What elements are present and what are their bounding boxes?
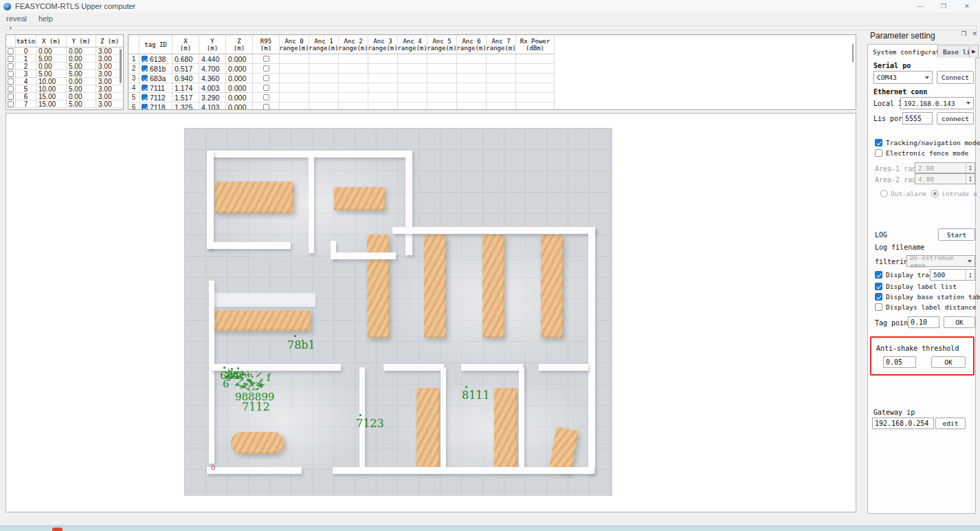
spinner-arrows-icon[interactable]: ▲▼ <box>966 174 975 184</box>
station-row[interactable]: 615.000.003.00 <box>6 93 123 100</box>
tag-range-cell <box>280 102 309 110</box>
station-cell: 10.00 <box>36 78 67 85</box>
checkbox-unchecked-icon[interactable] <box>8 63 14 69</box>
spinner-arrows-icon[interactable]: ▲▼ <box>966 163 975 173</box>
tag-range-cell <box>398 74 427 83</box>
tag-row[interactable]: 3683a0.9404.3600.000 <box>129 74 856 83</box>
checkbox-unchecked-icon[interactable] <box>8 71 14 77</box>
station-row[interactable]: 00.000.003.00 <box>6 47 123 55</box>
tag-point-ok-button[interactable]: OK <box>944 316 975 328</box>
tag-scrollbar-thumb[interactable] <box>852 44 854 63</box>
fence-mode-label: Electronic fence mode <box>886 149 968 157</box>
tab-scroll-right-button[interactable]: ▶ <box>970 45 979 58</box>
station-row[interactable]: 15.000.003.00 <box>6 55 123 63</box>
display-track-spinner[interactable]: 500 ▲▼ <box>930 269 975 281</box>
tag-row[interactable]: 2681b0.5174.7000.000 <box>129 64 856 74</box>
log-start-button[interactable]: Start <box>938 228 975 241</box>
station-checkbox-cell <box>6 70 16 78</box>
display-base-table-checkbox[interactable]: Display base station table <box>875 293 980 301</box>
checkbox-checked-icon[interactable] <box>142 94 148 100</box>
tag-row[interactable]: 571121.5173.2900.000 <box>129 93 856 102</box>
checkbox-unchecked-icon[interactable] <box>263 85 269 91</box>
menu-item-reveal[interactable]: reveal <box>6 14 27 23</box>
checkbox-checked-icon[interactable] <box>142 85 148 91</box>
desk <box>482 235 504 338</box>
station-checkbox-cell <box>6 55 16 63</box>
lis-port-input[interactable] <box>902 112 933 124</box>
station-row[interactable]: 410.000.003.00 <box>6 78 123 85</box>
serial-port-combo[interactable]: COM43 <box>873 71 933 84</box>
checkbox-unchecked-icon[interactable] <box>8 48 14 54</box>
checkbox-checked-icon[interactable] <box>142 56 148 62</box>
antishake-ok-button[interactable]: OK <box>931 356 966 368</box>
checkbox-unchecked-icon[interactable] <box>263 94 269 100</box>
station-row[interactable]: 510.005.003.00 <box>6 85 123 93</box>
floorplan-wall <box>333 467 594 474</box>
intrude-alarm-radio[interactable]: intrude a <box>931 190 977 197</box>
antishake-input[interactable] <box>883 356 916 368</box>
tag-id: 6138 <box>150 55 166 63</box>
tag-range-cell <box>339 74 368 83</box>
fence-mode-checkbox[interactable]: Electronic fence mode <box>875 149 968 157</box>
area1-radius-spinner[interactable]: 2.00 ▲▼ <box>915 162 975 173</box>
station-row[interactable]: 35.005.003.00 <box>6 70 123 78</box>
tag-row[interactable]: 671181.3254.1030.000 <box>129 102 856 110</box>
tag-range-cell <box>427 93 457 102</box>
tracking-mode-checkbox[interactable]: Tracking/navigation mode <box>875 139 980 147</box>
checkbox-unchecked-icon[interactable] <box>263 104 269 110</box>
gateway-edit-button[interactable]: edit <box>935 418 966 429</box>
tag-range-cell <box>280 64 309 74</box>
tag-point-label: Tag point <box>875 319 912 327</box>
cluster-tag-label: 6 <box>223 378 230 390</box>
checkbox-unchecked-icon[interactable] <box>8 78 14 85</box>
ethernet-connect-button[interactable]: connect <box>937 112 974 124</box>
display-distance-calibr-checkbox[interactable]: Displays label distance calibr <box>875 303 980 311</box>
checkbox-checked-icon[interactable] <box>142 65 148 72</box>
taskbar-app-icon[interactable] <box>52 528 63 531</box>
taskbar-edge[interactable] <box>0 525 980 531</box>
area2-radius-spinner[interactable]: 4.00 ▲▼ <box>915 173 975 184</box>
checkbox-unchecked-icon[interactable] <box>8 56 14 62</box>
floorplan-wall <box>309 155 314 253</box>
tab-system-configuration[interactable]: System configuration <box>867 44 938 58</box>
tag-row[interactable]: 471111.1744.0030.000 <box>129 83 856 93</box>
tag-range-cell <box>487 54 516 64</box>
close-button[interactable]: ✕ <box>955 0 979 12</box>
station-row[interactable]: 715.005.003.00 <box>6 100 123 108</box>
station-scrollbar-thumb[interactable] <box>120 49 122 83</box>
station-row[interactable]: 20.005.003.00 <box>6 63 123 70</box>
checkbox-unchecked-icon[interactable] <box>263 75 269 81</box>
tag-coord-cell: 4.440 <box>199 54 226 64</box>
dock-close-icon[interactable]: ✕ <box>972 30 977 37</box>
spinner-arrows-icon[interactable]: ▲▼ <box>966 270 975 280</box>
checkbox-checked-icon[interactable] <box>142 75 148 81</box>
tab-base-lis[interactable]: Base lis <box>938 45 970 58</box>
tag-range-cell <box>427 102 457 110</box>
tag-range-cell <box>427 83 457 93</box>
checkbox-unchecked-icon[interactable] <box>8 86 14 92</box>
map-canvas[interactable]: 6846f98889978b1711271238111 <box>5 113 856 512</box>
tag-label-78b1: 78b1 <box>287 338 315 351</box>
tag-dot <box>237 367 239 369</box>
station-cell: 1 <box>16 55 36 63</box>
display-label-list-checkbox[interactable]: Display label list <box>875 283 957 290</box>
floorplan-wall <box>588 227 595 474</box>
minimize-button[interactable]: — <box>909 0 932 12</box>
serial-connect-button[interactable]: Connect <box>937 71 974 84</box>
checkbox-unchecked-icon[interactable] <box>8 94 14 100</box>
window-title: FEASYCOM-RTLS Upper computer <box>15 2 135 10</box>
tag-row[interactable]: 161380.6804.4400.000 <box>129 54 856 64</box>
local-ip-combo[interactable]: 192.168.0.143 <box>900 97 974 109</box>
menu-item-help[interactable]: help <box>38 14 53 23</box>
checkbox-unchecked-icon[interactable] <box>263 56 269 62</box>
restore-button[interactable]: ❐ <box>932 0 955 12</box>
gateway-ip-input[interactable] <box>872 418 934 429</box>
filtering-combo[interactable]: De-extremum smoo <box>906 255 975 267</box>
dock-float-icon[interactable]: ❐ <box>961 30 966 37</box>
checkbox-unchecked-icon[interactable] <box>8 101 14 107</box>
checkbox-checked-icon[interactable] <box>142 104 148 110</box>
out-alarm-radio[interactable]: Out-alarm <box>880 190 926 197</box>
tag-point-input[interactable] <box>908 316 939 328</box>
checkbox-unchecked-icon[interactable] <box>263 65 269 72</box>
display-track-checkbox[interactable]: Display track <box>875 271 937 279</box>
